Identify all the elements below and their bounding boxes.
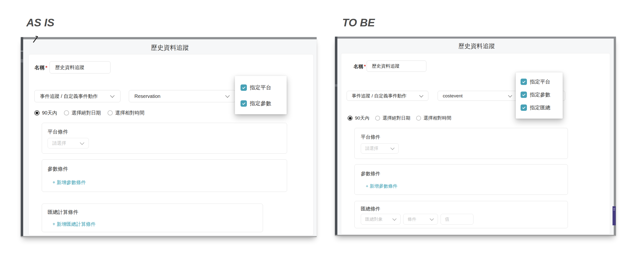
- checkbox-checked-icon[interactable]: [520, 79, 527, 85]
- event-category-select[interactable]: 事件追蹤 / 自定義事件動作: [347, 91, 428, 101]
- aggregate-operator-select[interactable]: 條件: [403, 214, 438, 224]
- popup-option-label: 指定平台: [250, 84, 271, 91]
- underlay-sidebar: [21, 37, 23, 236]
- aggregate-condition-box: 匯總計算條件 + 新增匯總計算條件: [42, 204, 263, 232]
- to-be-window: 歷史資料追蹤 名稱* 歷史資料追蹤 事件追蹤 / 自定義事件動作 costeve…: [335, 37, 616, 236]
- platform-condition-box: 平台條件 請選擇: [42, 123, 287, 154]
- modal-title: 歷史資料追蹤: [337, 42, 616, 50]
- platform-condition-title: 平台條件: [361, 134, 380, 140]
- name-label: 名稱*: [34, 64, 47, 71]
- chevron-down-icon: [390, 146, 395, 150]
- name-input[interactable]: 歷史資料追蹤: [367, 61, 426, 72]
- param-condition-title: 參數條件: [48, 165, 68, 172]
- radio-label[interactable]: 90天內: [355, 115, 369, 121]
- popup-option-platform[interactable]: 指定平台: [520, 78, 550, 85]
- popup-option-label: 指定平台: [530, 78, 550, 85]
- radio-unselected[interactable]: [108, 110, 113, 115]
- popup-option-label: 指定參數: [250, 100, 271, 107]
- modal-body: 名稱* 歷史資料追蹤 事件追蹤 / 自定義事件動作 Reservation: [28, 54, 314, 235]
- pen-stroke-mark: [32, 36, 39, 44]
- chevron-down-icon: [419, 93, 424, 97]
- aggregate-condition-title: 匯總計算條件: [48, 209, 78, 215]
- platform-condition-box: 平台條件 請選擇: [354, 128, 568, 159]
- checkbox-checked-icon[interactable]: [520, 92, 527, 98]
- event-name-select[interactable]: Reservation: [129, 90, 236, 102]
- window-right-frame: [614, 39, 616, 235]
- time-range-radios: 90天內 選擇絕對日期 選擇相對時間: [34, 110, 151, 116]
- platform-condition-title: 平台條件: [48, 128, 68, 135]
- aggregate-operator-placeholder: 條件: [408, 216, 416, 222]
- event-name-value: costevent: [443, 93, 462, 99]
- chevron-down-icon: [392, 217, 397, 221]
- checkbox-checked-icon[interactable]: [240, 85, 247, 91]
- aggregate-condition-box: 匯總條件 匯總對象 條件 值: [354, 201, 568, 228]
- name-label-text: 名稱: [354, 64, 363, 69]
- modal-mask-bar: [337, 37, 616, 39]
- radio-label[interactable]: 選擇相對時間: [115, 110, 144, 116]
- specify-options-popup: 指定平台 指定參數: [235, 76, 287, 114]
- radio-unselected[interactable]: [64, 110, 69, 115]
- event-category-value: 事件追蹤 / 自定義事件動作: [40, 93, 98, 100]
- add-aggregate-condition-link[interactable]: + 新增匯總計算條件: [52, 221, 96, 227]
- radio-label[interactable]: 選擇絕對日期: [72, 110, 101, 116]
- to-be-heading: TO BE: [342, 17, 375, 29]
- as-is-window: 歷史資料追蹤 名稱* 歷史資料追蹤 事件追蹤 / 自定義事件動作 Reserva…: [21, 37, 317, 237]
- as-is-heading: AS IS: [26, 17, 54, 29]
- required-mark: *: [364, 64, 366, 69]
- popup-option-param[interactable]: 指定參數: [520, 91, 550, 98]
- platform-select[interactable]: 請選擇: [361, 143, 398, 154]
- radio-unselected[interactable]: [416, 116, 421, 121]
- checkbox-checked-icon[interactable]: [520, 105, 527, 111]
- popup-option-platform[interactable]: 指定平台: [240, 84, 271, 91]
- radio-selected[interactable]: [348, 116, 352, 121]
- popup-option-label: 指定匯總: [530, 104, 550, 111]
- chevron-down-icon: [430, 217, 434, 221]
- radio-label[interactable]: 選擇絕對日期: [382, 115, 410, 121]
- modal-mask-bar: [23, 37, 317, 39]
- event-name-value: Reservation: [134, 94, 160, 99]
- aggregate-target-placeholder: 匯總對象: [365, 216, 383, 222]
- chevron-down-icon: [225, 93, 230, 98]
- underlay-button-fragment: [612, 206, 616, 225]
- radio-label[interactable]: 90天內: [42, 110, 57, 116]
- underlay-sidebar: [335, 37, 337, 235]
- name-label-text: 名稱: [34, 65, 45, 70]
- modal-body: 名稱* 歷史資料追蹤 事件追蹤 / 自定義事件動作 costevent: [341, 53, 610, 234]
- param-condition-box: 參數條件 + 新增參數條件: [354, 164, 568, 195]
- popup-option-aggregate[interactable]: 指定匯總: [520, 104, 550, 111]
- event-category-value: 事件追蹤 / 自定義事件動作: [352, 93, 407, 99]
- name-input[interactable]: 歷史資料追蹤: [50, 61, 110, 74]
- chevron-down-icon: [110, 93, 114, 98]
- chevron-down-icon: [508, 93, 512, 97]
- comparison-canvas: AS IS 歷史資料追蹤 名稱* 歷史資料追蹤 事件追蹤 / 自定義事件動作 R…: [0, 0, 644, 269]
- event-name-select[interactable]: costevent: [438, 91, 517, 101]
- name-input-value: 歷史資料追蹤: [55, 64, 84, 71]
- platform-select-placeholder: 請選擇: [52, 140, 66, 146]
- radio-unselected[interactable]: [375, 116, 380, 121]
- add-param-condition-link[interactable]: + 新增參數條件: [366, 183, 398, 189]
- required-mark: *: [45, 65, 47, 70]
- chevron-down-icon: [80, 140, 84, 145]
- modal-title: 歷史資料追蹤: [23, 44, 317, 52]
- name-label: 名稱*: [354, 63, 366, 70]
- name-input-value: 歷史資料追蹤: [372, 63, 400, 69]
- aggregate-condition-title: 匯總條件: [361, 205, 380, 212]
- param-condition-box: 參數條件 + 新增參數條件: [42, 159, 287, 192]
- param-condition-title: 參數條件: [361, 170, 380, 177]
- time-range-radios: 90天內 選擇絕對日期 選擇相對時間: [348, 115, 458, 121]
- popup-option-param[interactable]: 指定參數: [240, 100, 271, 107]
- radio-label[interactable]: 選擇相對時間: [424, 115, 451, 121]
- popup-option-label: 指定參數: [530, 91, 550, 98]
- event-category-select[interactable]: 事件追蹤 / 自定義事件動作: [34, 90, 120, 102]
- specify-options-popup: 指定平台 指定參數 指定匯總: [516, 72, 563, 119]
- radio-selected[interactable]: [34, 110, 40, 115]
- aggregate-target-select[interactable]: 匯總對象: [361, 214, 400, 224]
- aggregate-value-placeholder: 值: [445, 216, 449, 222]
- add-param-condition-link[interactable]: + 新增參數條件: [52, 179, 86, 186]
- aggregate-value-input[interactable]: 值: [440, 214, 474, 224]
- platform-select[interactable]: 請選擇: [48, 138, 89, 148]
- checkbox-checked-icon[interactable]: [240, 100, 247, 107]
- platform-select-placeholder: 請選擇: [365, 145, 378, 151]
